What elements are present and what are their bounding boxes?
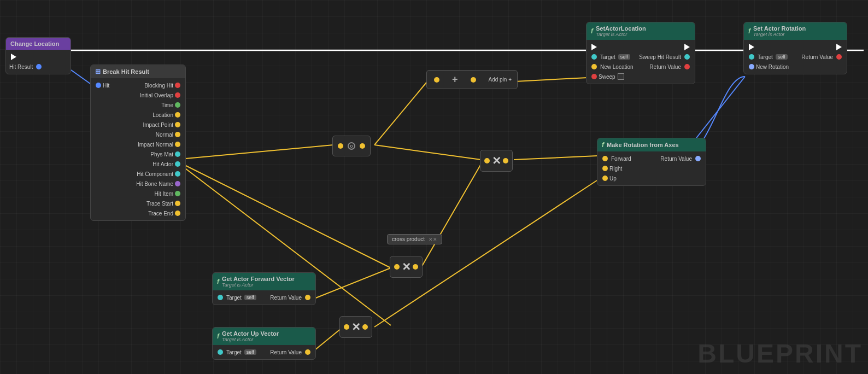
x1-in-dot [484,158,490,163]
svg-line-7 [374,79,429,145]
add-vector-node: + Add pin + [426,70,518,89]
mra-right-dot [602,166,608,171]
mra-up-row: Up [597,173,706,183]
hit-actor-pin: Hit Actor [91,159,185,169]
func-icon-sar: f [748,27,750,35]
svg-line-9 [374,145,481,160]
break-hit-result-title: Break Hit Result [103,68,149,75]
get-up-vector-node: f Get Actor Up Vector Target is Actor Ta… [212,327,316,360]
negate-in-dot [338,143,343,149]
cross-product-node-1: ✕ [480,150,513,172]
negate-zero-dot: 0 [348,142,355,150]
break-icon: ⊞ [95,68,101,75]
svg-line-10 [514,156,597,160]
hit-component-pin: Hit Component [91,169,185,179]
add-in1-dot [434,77,439,83]
mra-title: Make Rotation from Axes [607,142,679,148]
break-hit-result-node: ⊞ Break Hit Result Hit Blocking Hit Init… [90,65,186,221]
sal-exec-row [587,42,695,52]
svg-line-5 [174,160,391,268]
make-rotation-node: f Make Rotation from Axes Forward Return… [597,138,706,186]
cross-product-label: cross product [392,236,425,242]
func-icon-gfv: f [217,278,219,285]
sal-target-row: Target self Sweep Hit Result [587,52,695,62]
sar-target-dot [749,54,754,60]
break-hit-result-header: ⊞ Break Hit Result [91,65,185,78]
sal-newloc-dot [591,64,597,69]
sal-target-dot [591,54,597,60]
plus-icon: + [452,74,458,85]
cross-product-tooltip: cross product ✕✕ [387,234,442,244]
normal-pin: Normal [91,130,185,139]
change-location-header: Change Location [6,38,71,50]
change-location-title: Change Location [10,40,59,47]
func-icon-guv: f [217,332,219,340]
sal-newloc-row: New Location Return Value [587,62,695,72]
sar-newrot-row: New Rotation [744,62,847,72]
add-out-dot [471,77,476,83]
sal-title: SetActorLocation [596,25,646,32]
negate-out-dot [360,143,365,149]
sal-sweep-row: Sweep [587,72,695,81]
guv-title: Get Actor Up Vector [222,330,279,337]
initial-overlap-pin: Initial Overlap [91,90,185,100]
trace-end-pin: Trace End [91,208,185,218]
func-icon-mra: f [602,141,604,149]
impact-point-pin: Impact Point [91,120,185,130]
change-location-node: Change Location Hit Result [5,37,71,74]
mra-header: f Make Rotation from Axes [597,138,706,151]
svg-line-11 [312,268,391,300]
x1-out-dot [503,158,508,163]
sal-subtitle: Target is Actor [596,32,646,37]
mra-right-row: Right [597,163,706,173]
hit-result-pin: Hit Result [6,62,71,72]
sar-exec-out [836,44,842,50]
sar-exec-row [744,42,847,52]
hit-bone-name-pin: Hit Bone Name [91,179,185,189]
phys-mat-pin: Phys Mat [91,149,185,159]
svg-line-4 [174,145,333,160]
sar-header: f Set Actor Rotation Target is Actor [744,22,847,40]
blueprint-watermark: BLUEPRINT [697,338,863,369]
x3-out-dot [362,324,368,330]
time-pin: Time [91,100,185,110]
func-icon-sal: f [591,27,593,35]
impact-normal-pin: Impact Normal [91,139,185,149]
hit-dot [96,83,101,88]
hit-item-pin: Hit Item [91,189,185,198]
gfv-header: f Get Actor Forward Vector Target is Act… [213,273,315,290]
gfv-subtitle: Target is Actor [222,282,295,288]
sal-exec-in [591,44,597,50]
sar-exec-in [749,44,754,50]
cross-product-node-3: ✕ [339,316,372,338]
svg-line-13 [421,164,481,268]
sar-title: Set Actor Rotation [753,25,806,32]
guv-subtitle: Target is Actor [222,337,279,342]
sar-newrot-dot [749,64,754,69]
mra-up-dot [602,176,608,181]
sal-exec-out [684,44,690,50]
set-actor-location-node: f SetActorLocation Target is Actor Targe… [586,22,695,84]
hit-result-dot [36,64,42,69]
x3-in-dot [344,324,349,330]
sal-sweep-dot [591,74,597,79]
get-forward-vector-node: f Get Actor Forward Vector Target is Act… [212,272,316,305]
exec-arrow-icon [11,54,16,60]
location-pin: Location [91,110,185,120]
x2-in-dot [394,264,400,270]
guv-target-row: Target self Return Value [213,347,315,357]
svg-line-3 [71,70,90,84]
svg-line-14 [374,180,597,327]
guv-target-dot [218,349,223,355]
blocking-hit-dot [175,83,180,88]
trace-start-pin: Trace Start [91,198,185,208]
sal-header: f SetActorLocation Target is Actor [587,22,695,40]
gfv-title: Get Actor Forward Vector [222,276,295,282]
gfv-target-dot [218,295,223,300]
svg-line-12 [312,328,342,353]
sar-target-row: Target self Return Value [744,52,847,62]
guv-header: f Get Actor Up Vector Target is Actor [213,328,315,345]
cross-product-node-2: ✕ [390,256,423,278]
mra-forward-dot [602,156,608,161]
sal-sweep-checkbox [618,73,624,80]
